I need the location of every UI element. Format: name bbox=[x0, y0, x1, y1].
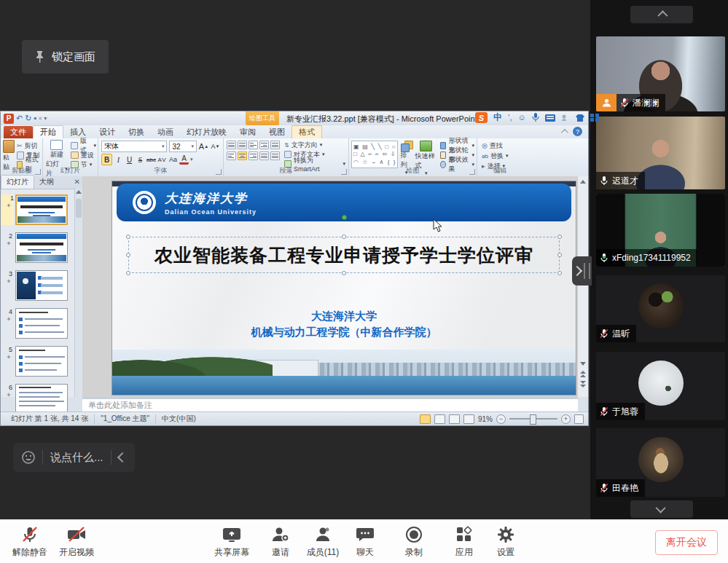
invite-button[interactable]: 邀请 bbox=[257, 526, 305, 559]
underline-button[interactable]: U bbox=[125, 154, 134, 165]
tab-animations[interactable]: 动画 bbox=[151, 126, 180, 138]
shrink-font-button[interactable]: A▼ bbox=[211, 141, 220, 151]
ime-emoji-icon[interactable]: ☺ bbox=[518, 114, 526, 122]
panel-close-icon[interactable]: ✕ bbox=[74, 178, 80, 186]
text-direction-button[interactable]: ⇅文字方向▾ bbox=[284, 141, 345, 149]
paragraph-dialog-launcher[interactable] bbox=[341, 169, 347, 175]
resize-handle[interactable] bbox=[342, 271, 346, 275]
justify-button[interactable] bbox=[259, 151, 269, 160]
save-icon[interactable]: ▪ bbox=[34, 114, 36, 122]
collapse-chat-icon[interactable] bbox=[117, 452, 127, 462]
ime-toolbar[interactable]: S 中 ’, ☺ bbox=[475, 111, 599, 124]
emoji-icon[interactable] bbox=[22, 451, 35, 464]
slide-thumbnail-2[interactable]: 2 bbox=[1, 232, 74, 264]
tab-format[interactable]: 格式 bbox=[291, 125, 322, 138]
leave-meeting-button[interactable]: 离开会议 bbox=[655, 530, 718, 555]
participant-tile-1[interactable]: 潘澜澜 bbox=[596, 36, 725, 111]
minimize-ribbon-icon[interactable] bbox=[561, 129, 568, 136]
reset-button[interactable]: 重设 bbox=[71, 151, 96, 160]
next-slide-button[interactable] bbox=[580, 381, 586, 387]
clipboard-dialog-launcher[interactable] bbox=[35, 169, 41, 175]
members-button[interactable]: 成员(11) bbox=[299, 526, 347, 559]
change-case-button[interactable]: Aa bbox=[168, 154, 178, 165]
font-name-combo[interactable]: 宋体▾ bbox=[101, 141, 167, 152]
notes-pane[interactable]: 单击此处添加备注 bbox=[82, 397, 578, 412]
record-button[interactable]: 录制 bbox=[390, 526, 438, 559]
slideshow-view-button[interactable] bbox=[463, 414, 474, 424]
slide[interactable]: 大连海洋大学 Dalian Ocean University 农业智能装备工程专… bbox=[111, 181, 576, 395]
tab-view[interactable]: 视图 bbox=[262, 126, 291, 138]
lock-screen-button[interactable]: 锁定画面 bbox=[22, 40, 109, 74]
participant-tile-6[interactable]: 田春艳 bbox=[596, 428, 725, 497]
resize-handle[interactable] bbox=[342, 235, 346, 239]
align-left-button[interactable] bbox=[227, 151, 236, 160]
resize-handle[interactable] bbox=[557, 271, 562, 275]
resize-handle[interactable] bbox=[557, 253, 562, 257]
powerpoint-app-icon[interactable]: P bbox=[4, 114, 14, 124]
ime-handwriting-icon[interactable] bbox=[561, 114, 570, 122]
collapse-participants-button[interactable] bbox=[630, 6, 693, 23]
line-spacing-button[interactable] bbox=[270, 141, 280, 149]
font-dialog-launcher[interactable] bbox=[216, 169, 222, 175]
zoom-out-button[interactable]: − bbox=[496, 414, 506, 424]
strikethrough-button[interactable]: S bbox=[136, 154, 145, 165]
panel-tab-outline[interactable]: 大纲 bbox=[34, 176, 59, 189]
sogou-logo-icon[interactable]: S bbox=[475, 112, 488, 123]
bold-button[interactable]: B bbox=[101, 154, 112, 165]
tab-file[interactable]: 文件 bbox=[4, 126, 33, 138]
tab-transitions[interactable]: 切换 bbox=[122, 126, 151, 138]
tab-review[interactable]: 审阅 bbox=[233, 126, 262, 138]
normal-view-button[interactable] bbox=[420, 414, 431, 424]
tab-slideshow[interactable]: 幻灯片放映 bbox=[180, 126, 233, 138]
columns-button[interactable] bbox=[270, 151, 280, 160]
participant-tile-4[interactable]: 温昕 bbox=[596, 275, 725, 342]
chat-button[interactable]: 聊天 bbox=[341, 526, 389, 559]
shapes-gallery[interactable]: ▣▤╲╲□○ □△⌐⌐⇦⇩ ◠☆⌣∧{} bbox=[351, 141, 398, 168]
resize-handle[interactable] bbox=[126, 235, 130, 239]
slide-thumbnail-4[interactable]: 4 bbox=[1, 308, 74, 340]
cut-button[interactable]: ✂剪切 bbox=[17, 141, 41, 150]
sidebar-expand-handle[interactable] bbox=[572, 256, 592, 286]
slide-thumbnail-3[interactable]: 3 bbox=[1, 270, 74, 302]
zoom-in-button[interactable]: + bbox=[561, 414, 571, 424]
chat-quick-bar[interactable]: 说点什么... bbox=[13, 443, 135, 472]
align-right-button[interactable] bbox=[248, 151, 258, 160]
scroll-participants-down-button[interactable] bbox=[630, 500, 693, 518]
slide-title-textbox[interactable]: 农业智能装备工程专业申请授予学士学位评审 bbox=[128, 237, 560, 273]
resize-handle[interactable] bbox=[557, 235, 562, 239]
replace-button[interactable]: ab替换▾ bbox=[482, 151, 522, 160]
decrease-indent-button[interactable] bbox=[248, 141, 258, 149]
share-screen-button[interactable]: 共享屏幕 bbox=[208, 526, 256, 559]
resize-handle[interactable] bbox=[126, 253, 130, 257]
zoom-slider[interactable] bbox=[509, 418, 557, 420]
participant-tile-5[interactable]: 于旭蓉 bbox=[596, 352, 725, 420]
settings-button[interactable]: 设置 bbox=[482, 526, 530, 559]
increase-indent-button[interactable] bbox=[259, 141, 269, 149]
fit-to-window-button[interactable] bbox=[574, 414, 584, 424]
font-color-dropdown-icon[interactable]: ▾ bbox=[190, 157, 193, 162]
ime-skin-icon[interactable] bbox=[576, 114, 584, 122]
resize-handle[interactable] bbox=[126, 271, 130, 275]
numbering-button[interactable] bbox=[238, 141, 247, 149]
ime-mic-icon[interactable] bbox=[532, 113, 539, 122]
ime-keyboard-icon[interactable] bbox=[545, 114, 555, 122]
font-color-button[interactable]: A bbox=[179, 154, 189, 165]
previous-slide-button[interactable] bbox=[580, 371, 586, 377]
new-file-icon[interactable]: ▫ bbox=[39, 114, 42, 122]
ime-toolbox-icon[interactable] bbox=[590, 114, 599, 122]
slide-scrollbar[interactable] bbox=[577, 176, 588, 397]
redo-icon[interactable]: ↻ bbox=[25, 114, 31, 122]
slide-thumbnail-1[interactable]: 1 bbox=[1, 194, 74, 227]
drawing-dialog-launcher[interactable] bbox=[469, 169, 475, 175]
participant-tile-3[interactable]: xFding17341119952 bbox=[596, 194, 725, 267]
panel-scrollbar[interactable] bbox=[74, 189, 82, 397]
chat-input-placeholder[interactable]: 说点什么... bbox=[50, 451, 103, 465]
help-icon[interactable]: ? bbox=[573, 127, 582, 136]
participant-tile-2[interactable]: 迟道才 bbox=[596, 117, 725, 189]
layout-button[interactable]: 版式▾ bbox=[71, 141, 96, 150]
align-center-button[interactable] bbox=[238, 151, 247, 160]
find-button[interactable]: ◎查找 bbox=[482, 141, 522, 150]
ime-language-mode[interactable]: 中 bbox=[493, 111, 502, 124]
undo-icon[interactable]: ↶ bbox=[16, 114, 23, 122]
italic-button[interactable]: I bbox=[114, 154, 123, 165]
